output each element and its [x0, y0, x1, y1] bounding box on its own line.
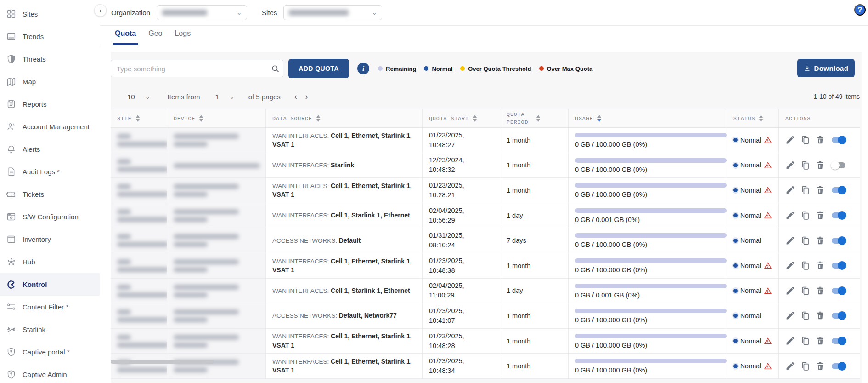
next-page-button[interactable]: › [305, 92, 308, 101]
sort-arrows-icon[interactable] [473, 115, 477, 122]
sidebar-item-threats[interactable]: Threats [0, 48, 100, 70]
sidebar-item-alerts[interactable]: Alerts [0, 138, 100, 160]
warning-icon[interactable] [764, 287, 772, 295]
enable-toggle[interactable] [832, 212, 845, 218]
duplicate-button[interactable] [800, 236, 810, 246]
search-input[interactable] [111, 65, 267, 73]
edit-button[interactable] [785, 261, 795, 270]
page-number-value[interactable]: 1 [215, 93, 219, 101]
sidebar-item-captive-admin[interactable]: Captive Admin [0, 363, 100, 383]
delete-button[interactable] [816, 336, 825, 346]
edit-button[interactable] [785, 160, 795, 170]
enable-toggle[interactable] [832, 238, 845, 244]
edit-button[interactable] [785, 185, 795, 195]
edit-button[interactable] [785, 311, 795, 320]
page-size-value[interactable]: 10 [127, 93, 135, 101]
sidebar-item-sites[interactable]: Sites [0, 3, 100, 25]
tab-geo[interactable]: Geo [146, 29, 164, 45]
sidebar-item-captive-portal[interactable]: Captive portal * [0, 341, 100, 363]
delete-button[interactable] [816, 361, 825, 371]
sort-arrows-icon[interactable] [759, 115, 763, 122]
edit-button[interactable] [785, 361, 795, 371]
duplicate-button[interactable] [800, 261, 810, 270]
sidebar-item-content-filter[interactable]: Content Filter * [0, 296, 100, 318]
warning-icon[interactable] [764, 212, 772, 219]
delete-button[interactable] [816, 236, 825, 246]
sidebar-item-s-w-configuration[interactable]: S/W Configuration [0, 206, 100, 228]
warning-icon[interactable] [764, 362, 772, 370]
warning-icon[interactable] [764, 161, 772, 169]
help-button[interactable]: ? [854, 4, 866, 16]
sidebar-item-map[interactable]: Map [0, 70, 100, 93]
delete-button[interactable] [816, 160, 825, 170]
sidebar-item-account-management[interactable]: Account Management [0, 115, 100, 138]
info-icon[interactable]: i [357, 63, 369, 74]
delete-button[interactable] [816, 185, 825, 195]
sidebar-item-audit-logs[interactable]: Audit Logs * [0, 160, 100, 183]
delete-button[interactable] [816, 135, 825, 145]
edit-button[interactable] [785, 135, 795, 145]
sort-arrows-icon[interactable] [316, 115, 320, 122]
column-header-quota-start[interactable]: QUOTA START [423, 109, 500, 127]
sidebar-item-inventory[interactable]: Inventory [0, 228, 100, 251]
delete-button[interactable] [816, 286, 825, 296]
usage-remaining-bar [575, 233, 727, 238]
warning-icon[interactable] [764, 262, 772, 269]
quota-start-date: 01/23/2025, [429, 332, 494, 341]
delete-button[interactable] [816, 211, 825, 220]
sort-arrows-icon[interactable] [136, 115, 140, 122]
add-quota-button[interactable]: ADD QUOTA [288, 59, 349, 78]
duplicate-button[interactable] [800, 311, 810, 320]
duplicate-button[interactable] [800, 211, 810, 220]
duplicate-button[interactable] [800, 135, 810, 145]
duplicate-button[interactable] [800, 160, 810, 170]
enable-toggle[interactable] [832, 162, 845, 168]
sidebar-item-reports[interactable]: Reports [0, 93, 100, 115]
edit-button[interactable] [785, 286, 795, 296]
duplicate-button[interactable] [800, 286, 810, 296]
sidebar-item-starlink[interactable]: Starlink [0, 318, 100, 341]
organization-select[interactable]: ⌄ [157, 5, 247, 20]
enable-toggle[interactable] [832, 313, 845, 319]
sites-select[interactable]: ⌄ [283, 5, 382, 20]
warning-icon[interactable] [764, 136, 772, 144]
edit-button[interactable] [785, 236, 795, 246]
page-number-chevron-icon[interactable]: ⌄ [230, 93, 235, 100]
enable-toggle[interactable] [832, 263, 845, 269]
edit-button[interactable] [785, 336, 795, 346]
enable-toggle[interactable] [832, 187, 845, 193]
column-header-status[interactable]: STATUS [727, 109, 779, 127]
column-header-quota-period[interactable]: QUOTA PERIOD [500, 109, 569, 127]
page-size-chevron-icon[interactable]: ⌄ [145, 93, 150, 100]
warning-icon[interactable] [764, 337, 772, 345]
tab-quota[interactable]: Quota [113, 29, 138, 45]
sidebar-item-tickets[interactable]: Tickets [0, 183, 100, 206]
sort-arrows-icon[interactable] [536, 115, 540, 122]
collapse-sidebar-button[interactable]: ‹ [94, 4, 107, 17]
column-header-device[interactable]: DEVICE [167, 109, 266, 127]
sort-arrows-icon[interactable] [199, 115, 203, 122]
enable-toggle[interactable] [832, 338, 845, 344]
sort-arrows-icon[interactable] [597, 115, 601, 122]
column-header-data-source[interactable]: DATA SOURCE [266, 109, 423, 127]
duplicate-button[interactable] [800, 361, 810, 371]
tab-logs[interactable]: Logs [172, 29, 193, 45]
download-button[interactable]: Download [797, 59, 855, 77]
warning-icon[interactable] [764, 186, 772, 194]
duplicate-button[interactable] [800, 185, 810, 195]
enable-toggle[interactable] [832, 137, 845, 143]
enable-toggle[interactable] [832, 363, 845, 369]
sidebar-item-kontrol[interactable]: Kontrol [0, 273, 100, 296]
search-icon[interactable] [267, 64, 283, 73]
delete-button[interactable] [816, 261, 825, 270]
prev-page-button[interactable]: ‹ [294, 92, 297, 101]
delete-button[interactable] [816, 311, 825, 320]
column-header-usage[interactable]: USAGE [569, 109, 727, 127]
duplicate-button[interactable] [800, 336, 810, 346]
sidebar-item-hub[interactable]: Hub [0, 251, 100, 273]
sidebar-item-trends[interactable]: Trends [0, 25, 100, 48]
column-header-site[interactable]: SITE [111, 109, 167, 127]
edit-button[interactable] [785, 211, 795, 220]
horizontal-scrollbar[interactable] [111, 360, 214, 364]
enable-toggle[interactable] [832, 288, 845, 294]
